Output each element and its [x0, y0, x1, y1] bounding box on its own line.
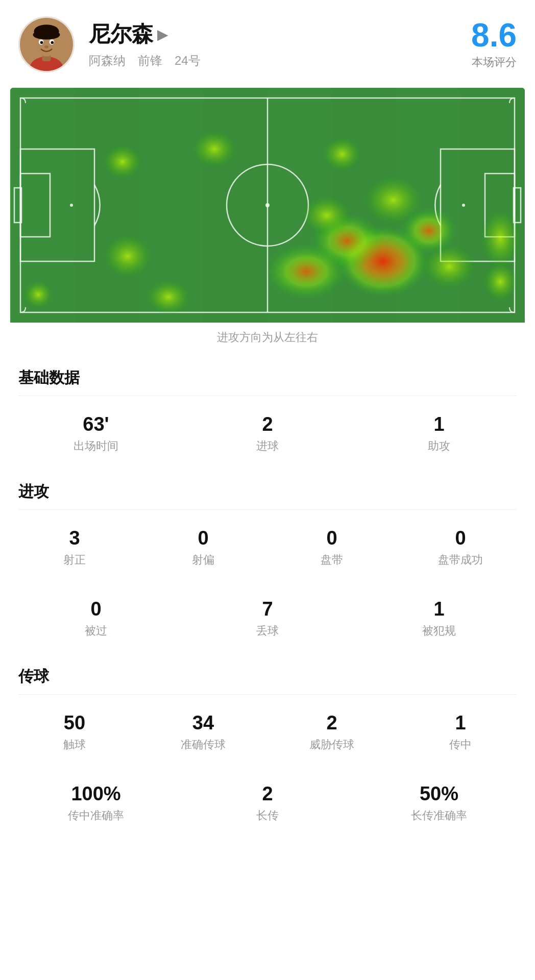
- stat-accurate-pass-value: 34: [144, 712, 262, 734]
- stat-dribbled-past-label: 被过: [15, 623, 177, 639]
- stat-cross: 1 传中: [396, 702, 525, 763]
- passing-section-title: 传球: [0, 654, 535, 692]
- player-team: 阿森纳: [89, 53, 126, 69]
- attack-section-title: 进攻: [0, 469, 535, 507]
- divider-attack: [18, 509, 517, 510]
- svg-point-27: [462, 204, 465, 207]
- svg-point-10: [44, 45, 48, 48]
- stat-shots-on: 3 射正: [10, 517, 139, 578]
- stat-assists-label: 助攻: [358, 438, 520, 454]
- svg-point-34: [421, 243, 477, 289]
- svg-point-40: [480, 208, 521, 269]
- stat-dribbled-past-value: 0: [15, 598, 177, 620]
- heatmap-container: 进攻方向为从左往右: [10, 88, 525, 355]
- stat-cross-value: 1: [401, 712, 520, 734]
- stat-dribble-success-value: 0: [401, 527, 520, 549]
- svg-point-38: [191, 130, 237, 168]
- score-label: 本场评分: [471, 55, 517, 70]
- stat-playtime: 63' 出场时间: [10, 403, 182, 464]
- player-info: 尼尔森 ▶ 阿森纳 前锋 24号: [89, 20, 471, 69]
- svg-point-31: [265, 243, 347, 300]
- stat-dribble-success: 0 盘带成功: [396, 517, 525, 578]
- attack-stats-row1: 3 射正 0 射偏 0 盘带 0 盘带成功: [0, 512, 535, 583]
- stat-assists-value: 1: [358, 413, 520, 435]
- stat-goals-value: 2: [187, 413, 348, 435]
- stat-assists: 1 助攻: [353, 403, 525, 464]
- player-arrow[interactable]: ▶: [157, 26, 168, 43]
- stat-key-pass-value: 2: [273, 712, 391, 734]
- svg-point-8: [40, 41, 43, 44]
- stat-playtime-label: 出场时间: [15, 438, 177, 454]
- stat-accurate-pass: 34 准确传球: [139, 702, 268, 763]
- passing-stats-row1: 50 触球 34 准确传球 2 威胁传球 1 传中: [0, 697, 535, 768]
- stat-dribble: 0 盘带: [268, 517, 396, 578]
- stat-shots-off-label: 射偏: [144, 552, 262, 568]
- stat-dribble-label: 盘带: [273, 552, 391, 568]
- player-header: 尼尔森 ▶ 阿森纳 前锋 24号 8.6 本场评分: [0, 0, 535, 83]
- stat-long-pass-acc-value: 50%: [358, 783, 520, 805]
- stat-fouled: 1 被犯规: [353, 588, 525, 649]
- field-lines: [10, 88, 525, 323]
- svg-point-32: [362, 175, 424, 226]
- stat-fouled-value: 1: [358, 598, 520, 620]
- stat-fouled-label: 被犯规: [358, 623, 520, 639]
- stat-shots-off: 0 射偏: [139, 517, 268, 578]
- heatmap-caption: 进攻方向为从左往右: [10, 323, 525, 355]
- stat-shots-on-label: 射正: [15, 552, 134, 568]
- svg-point-37: [102, 144, 143, 180]
- svg-point-5: [33, 30, 60, 40]
- stat-touches-value: 50: [15, 712, 134, 734]
- svg-point-41: [482, 261, 518, 302]
- stat-turnover-label: 丢球: [187, 623, 348, 639]
- stat-long-pass-label: 长传: [187, 808, 348, 823]
- stat-long-pass: 2 长传: [182, 773, 353, 834]
- stat-goals-label: 进球: [187, 438, 348, 454]
- svg-point-39: [322, 136, 362, 172]
- divider-passing: [18, 694, 517, 695]
- stat-shots-on-value: 3: [15, 527, 134, 549]
- heatmap-field: [10, 88, 525, 323]
- player-number: 24号: [175, 53, 201, 69]
- basic-stats: 63' 出场时间 2 进球 1 助攻: [0, 398, 535, 469]
- avatar: [18, 16, 75, 72]
- svg-point-19: [265, 203, 270, 207]
- stat-long-pass-acc-label: 长传准确率: [358, 808, 520, 823]
- stat-dribble-success-label: 盘带成功: [401, 552, 520, 568]
- stat-shots-off-value: 0: [144, 527, 262, 549]
- stat-key-pass: 2 威胁传球: [268, 702, 396, 763]
- stat-turnover-value: 7: [187, 598, 348, 620]
- stat-accurate-pass-label: 准确传球: [144, 737, 262, 752]
- stat-long-pass-acc: 50% 长传准确率: [353, 773, 525, 834]
- stat-cross-acc-value: 100%: [15, 783, 177, 805]
- svg-point-42: [23, 280, 54, 309]
- divider-basic: [18, 396, 517, 396]
- svg-point-36: [145, 279, 191, 315]
- player-score: 8.6: [471, 19, 517, 52]
- attack-stats-row2: 0 被过 7 丢球 1 被犯规: [0, 583, 535, 654]
- stat-turnover: 7 丢球: [182, 588, 353, 649]
- svg-point-23: [70, 204, 73, 207]
- score-box: 8.6 本场评分: [471, 19, 517, 70]
- svg-point-35: [102, 233, 153, 279]
- stat-touches-label: 触球: [15, 737, 134, 752]
- stat-touches: 50 触球: [10, 702, 139, 763]
- player-name-row: 尼尔森 ▶: [89, 20, 471, 48]
- stat-cross-label: 传中: [401, 737, 520, 752]
- stat-key-pass-label: 威胁传球: [273, 737, 391, 752]
- passing-stats-row2: 100% 传中准确率 2 长传 50% 长传准确率: [0, 768, 535, 839]
- stat-dribble-value: 0: [273, 527, 391, 549]
- stat-goals: 2 进球: [182, 403, 353, 464]
- stat-playtime-value: 63': [15, 413, 177, 435]
- svg-point-9: [51, 41, 54, 44]
- player-meta: 阿森纳 前锋 24号: [89, 53, 471, 69]
- stat-long-pass-value: 2: [187, 783, 348, 805]
- stat-dribbled-past: 0 被过: [10, 588, 182, 649]
- player-name: 尼尔森: [89, 20, 153, 48]
- basic-section-title: 基础数据: [0, 355, 535, 394]
- svg-point-33: [301, 195, 352, 236]
- stat-cross-acc-label: 传中准确率: [15, 808, 177, 823]
- stat-cross-acc: 100% 传中准确率: [10, 773, 182, 834]
- player-position: 前锋: [138, 53, 162, 69]
